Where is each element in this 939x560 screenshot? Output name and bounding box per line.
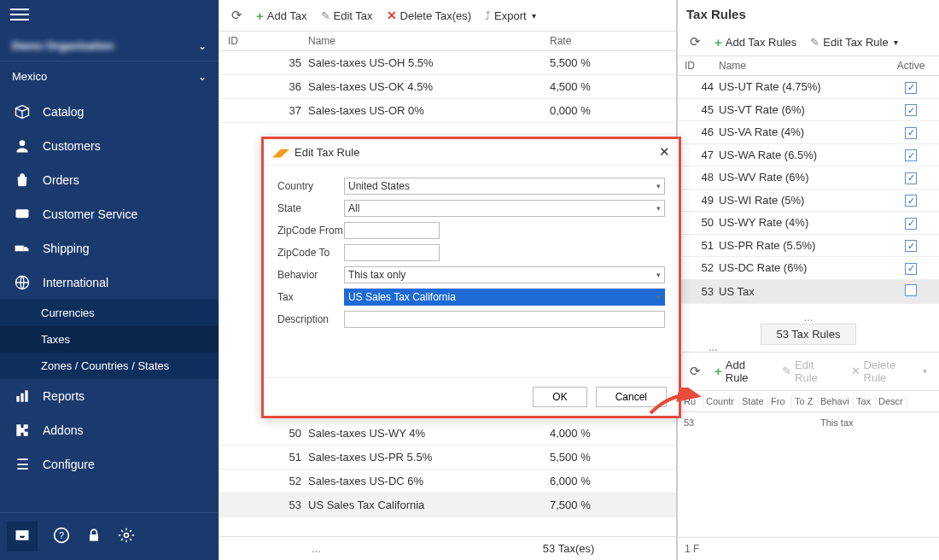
sidebar-subitem-currencies[interactable]: Currencies: [0, 300, 219, 326]
plus-icon: +: [714, 364, 722, 378]
add-rule-button[interactable]: +Add Rule: [709, 356, 773, 387]
gear-icon[interactable]: [118, 527, 135, 546]
refresh-icon: ⟳: [690, 34, 701, 50]
tax-rule-row[interactable]: 49US-WI Rate (5%)✓: [678, 190, 939, 213]
svg-point-4: [25, 251, 27, 254]
active-checkbox[interactable]: ✓: [905, 240, 917, 252]
tax-rule-row[interactable]: 52US-DC Rate (6%)✓: [678, 257, 939, 280]
sidebar-item-reports[interactable]: Reports: [0, 379, 219, 413]
rules-count-chip: 53 Tax Rules: [761, 324, 857, 345]
sidebar-item-catalog[interactable]: Catalog: [0, 95, 219, 129]
tax-select[interactable]: US Sales Tax California: [344, 289, 665, 306]
rules-table-header: ID Name Active: [678, 56, 939, 76]
svg-rect-7: [20, 394, 23, 402]
tax-row[interactable]: 53US Sales Tax California7,500 %: [219, 493, 676, 517]
description-input[interactable]: [344, 311, 665, 328]
active-checkbox[interactable]: [905, 284, 917, 296]
edit-tax-button[interactable]: ✎Edit Tax: [316, 7, 378, 25]
svg-point-0: [20, 140, 26, 146]
pencil-icon: ✎: [321, 9, 330, 22]
refresh-rule-detail-button[interactable]: ⟳: [685, 361, 706, 382]
rule-detail-footer: 1 F: [678, 537, 939, 560]
plus-icon: +: [256, 9, 264, 23]
zipcode-to-input[interactable]: [344, 244, 440, 261]
sidebar-item-label: International: [43, 276, 108, 289]
refresh-button[interactable]: ⟳: [226, 5, 248, 26]
ok-button[interactable]: OK: [533, 387, 586, 407]
org-selector[interactable]: Demo Organization ⌄: [0, 31, 219, 61]
sidebar-item-customer-service[interactable]: Customer Service: [0, 197, 219, 231]
delete-tax-button[interactable]: ✕Delete Tax(es): [382, 6, 477, 25]
lock-icon[interactable]: [85, 527, 102, 546]
tax-row[interactable]: 51Sales-taxes US-PR 5.5%5,500 %: [219, 446, 676, 470]
sidebar-item-addons[interactable]: Addons: [0, 413, 219, 447]
tax-rule-row[interactable]: 50US-WY Rate (4%)✓: [678, 212, 939, 235]
tax-row[interactable]: 35Sales-taxes US-OH 5.5%5,500 %: [219, 51, 676, 75]
tax-row[interactable]: 36Sales-taxes US-OK 4.5%4,500 %: [219, 75, 676, 99]
tax-rules-title: Tax Rules: [678, 0, 939, 28]
tax-rule-row[interactable]: 46US-VA Rate (4%)✓: [678, 121, 939, 144]
sidebar-subitem-taxes[interactable]: Taxes: [0, 326, 219, 353]
gear-icon: ☰: [14, 456, 31, 473]
taxes-toolbar: ⟳ +Add Tax ✎Edit Tax ✕Delete Tax(es) ⤴Ex…: [219, 0, 676, 32]
active-checkbox[interactable]: ✓: [905, 127, 917, 139]
help-icon[interactable]: ?: [53, 527, 70, 546]
close-button[interactable]: ✕: [659, 144, 670, 160]
inbox-icon[interactable]: [7, 522, 38, 551]
active-checkbox[interactable]: ✓: [905, 263, 917, 275]
delete-rule-button[interactable]: ✕ Delete Rule: [846, 356, 932, 387]
pencil-icon: ✎: [810, 36, 819, 49]
country-select[interactable]: United States: [344, 178, 665, 195]
chart-icon: [14, 388, 31, 405]
pencil-icon: ✎: [782, 365, 791, 377]
state-select[interactable]: All: [344, 200, 665, 217]
sidebar-item-label: Zones / Countries / States: [41, 359, 169, 372]
sidebar-item-shipping[interactable]: Shipping: [0, 231, 219, 265]
zipcode-from-input[interactable]: [344, 222, 440, 239]
refresh-rules-button[interactable]: ⟳: [685, 32, 706, 52]
sidebar-item-configure[interactable]: ☰Configure: [0, 447, 219, 481]
tax-rule-row[interactable]: 48US-WV Rate (6%)✓: [678, 166, 939, 190]
sidebar-item-customers[interactable]: Customers: [0, 129, 219, 163]
hamburger-icon[interactable]: [10, 9, 29, 22]
tax-rule-row[interactable]: 45US-VT Rate (6%)✓: [678, 99, 939, 122]
sidebar-item-label: Orders: [43, 173, 79, 187]
x-icon: ✕: [387, 9, 397, 22]
active-checkbox[interactable]: ✓: [905, 149, 917, 161]
active-checkbox[interactable]: ✓: [905, 195, 917, 207]
tax-row[interactable]: 50Sales-taxes US-WY 4%4,000 %: [219, 422, 676, 446]
sidebar-item-orders[interactable]: Orders: [0, 163, 219, 197]
tax-row[interactable]: 37Sales-taxes US-OR 0%0,000 %: [219, 99, 676, 123]
tax-rule-row[interactable]: 47US-WA Rate (6.5%)✓: [678, 144, 939, 167]
dots-icon: ...: [804, 311, 814, 324]
behavior-select[interactable]: This tax only: [344, 266, 665, 283]
sidebar-subitem-zones-countries-states[interactable]: Zones / Countries / States: [0, 353, 219, 379]
rule-detail-row[interactable]: 53This tax: [678, 411, 939, 433]
export-button[interactable]: ⤴Export: [480, 7, 541, 25]
add-tax-rules-button[interactable]: +Add Tax Rules: [709, 32, 802, 52]
edit-rule-button[interactable]: ✎ Edit Rule: [777, 356, 843, 387]
person-icon: [14, 137, 31, 155]
tax-rule-row[interactable]: 51US-PR Rate (5.5%)✓: [678, 235, 939, 258]
sidebar-item-label: Configure: [43, 458, 95, 471]
active-checkbox[interactable]: ✓: [905, 172, 917, 184]
active-checkbox[interactable]: ✓: [905, 82, 917, 94]
truck-icon: [14, 240, 31, 257]
refresh-icon: ⟳: [231, 8, 242, 23]
tax-rule-row[interactable]: 44US-UT Rate (4.75%)✓: [678, 76, 939, 99]
active-checkbox[interactable]: ✓: [905, 104, 917, 116]
svg-rect-8: [25, 390, 27, 401]
edit-tax-rule-button[interactable]: ✎Edit Tax Rule: [805, 33, 902, 51]
add-tax-button[interactable]: +Add Tax: [251, 6, 312, 26]
svg-rect-2: [15, 246, 24, 252]
bag-icon: [14, 172, 31, 189]
active-checkbox[interactable]: ✓: [905, 218, 917, 230]
x-icon: ✕: [851, 365, 860, 377]
tax-rule-row[interactable]: 53US Tax: [678, 280, 939, 304]
chat-icon: [14, 206, 31, 223]
tax-row[interactable]: 52Sales-taxes US-DC 6%6,000 %: [219, 470, 676, 493]
dialog-title: Edit Tax Rule: [295, 146, 359, 159]
cancel-button[interactable]: Cancel: [596, 387, 667, 407]
region-selector[interactable]: Mexico ⌄: [0, 61, 219, 91]
sidebar-item-international[interactable]: International: [0, 265, 219, 300]
